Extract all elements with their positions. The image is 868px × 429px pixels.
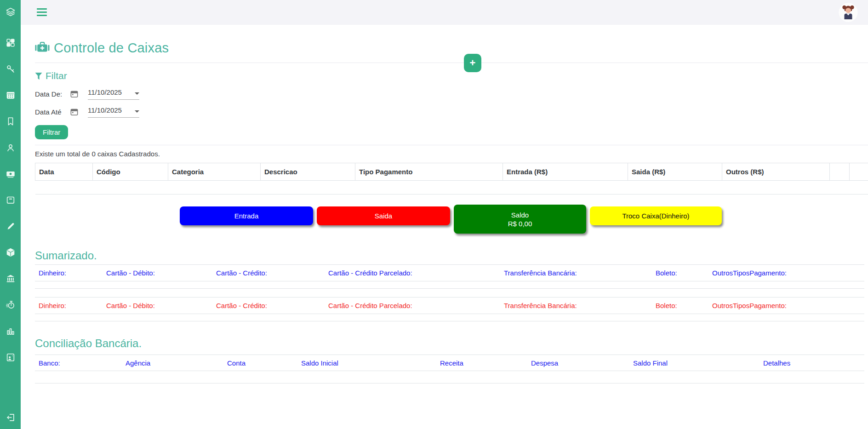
cash-icon[interactable]	[6, 169, 16, 179]
cartao-credito-label: Cartão - Crédito:	[212, 297, 325, 314]
date-to-row: Data Até 11/10/2025	[35, 106, 868, 117]
cartao-debito-label: Cartão - Débito:	[103, 265, 212, 281]
calendar-picker-icon[interactable]	[70, 108, 79, 116]
saida-total-box: Saida	[317, 206, 450, 225]
main-content: Controle de Caixas + Filtar Data De: 11/…	[21, 0, 868, 383]
caixas-header-row: Data Código Categoria Descricao Tipo Pag…	[35, 163, 868, 181]
saldo-value: R$ 0,00	[508, 219, 532, 228]
page-title-row: Controle de Caixas	[35, 39, 868, 57]
topbar	[21, 0, 868, 25]
date-to-value: 11/10/2025	[88, 106, 122, 114]
saldo-total-box: Saldo R$ 0,00	[454, 205, 586, 234]
caixas-table: Data Código Categoria Descricao Tipo Pag…	[35, 163, 868, 194]
date-to-select[interactable]: 11/10/2025	[88, 106, 139, 118]
hamburger-menu-icon[interactable]	[37, 8, 47, 16]
calendar-icon[interactable]	[6, 90, 16, 100]
filter-heading: Filtar	[35, 70, 868, 81]
receita-label: Receita	[436, 355, 527, 371]
outros-tipos-label: OutrosTiposPagamento:	[708, 265, 864, 281]
cartao-credito-parcelado-label: Cartão - Crédito Parcelado:	[325, 297, 500, 314]
agencia-label: Agência	[122, 355, 223, 371]
medkit-icon	[35, 41, 50, 55]
empty-table-row	[35, 371, 864, 383]
col-data: Data	[35, 163, 93, 181]
despesa-label: Despesa	[527, 355, 629, 371]
sumarizado-entradas-table: Dinheiro: Cartão - Débito: Cartão - Créd…	[35, 264, 864, 289]
date-from-value: 11/10/2025	[88, 88, 122, 96]
sumarizado-saidas-table: Dinheiro: Cartão - Débito: Cartão - Créd…	[35, 297, 864, 321]
key-icon[interactable]	[6, 64, 16, 74]
bank-icon[interactable]	[6, 274, 16, 284]
sidebar	[0, 0, 21, 429]
col-actions-2	[850, 163, 868, 181]
stopwatch-icon[interactable]	[6, 300, 16, 310]
col-outros: Outros (R$)	[722, 163, 830, 181]
filter-button[interactable]: Filtrar	[35, 125, 68, 139]
conciliacao-table: Banco: Agência Conta Saldo Inicial Recei…	[35, 355, 864, 383]
troco-label: Troco Caixa(Dinheiro)	[622, 212, 689, 220]
funnel-icon	[35, 72, 42, 80]
sumarizado-heading: Sumarizado.	[35, 249, 868, 262]
dinheiro-label: Dinheiro:	[35, 297, 103, 314]
entrada-total-box: Entrada	[180, 206, 313, 225]
outros-tipos-label: OutrosTiposPagamento:	[708, 297, 864, 314]
dashboard-grid-icon[interactable]	[6, 38, 16, 48]
bookmark-icon[interactable]	[6, 116, 16, 126]
layers-icon[interactable]	[6, 7, 16, 17]
banco-label: Banco:	[35, 355, 122, 371]
dinheiro-label: Dinheiro:	[35, 265, 103, 281]
boleto-label: Boleto:	[652, 297, 708, 314]
col-tipo-pagamento: Tipo Pagamento	[355, 163, 503, 181]
date-from-select[interactable]: 11/10/2025	[88, 88, 139, 100]
page-title: Controle de Caixas	[54, 40, 169, 56]
add-caixa-button[interactable]: +	[464, 54, 481, 72]
package-icon[interactable]	[6, 247, 16, 257]
date-to-label: Data Até	[35, 108, 70, 116]
id-card-icon[interactable]	[6, 352, 16, 362]
empty-table-row	[35, 314, 864, 321]
entrada-label: Entrada	[234, 212, 259, 220]
pen-icon[interactable]	[6, 221, 16, 231]
col-codigo: Código	[93, 163, 168, 181]
saldo-final-label: Saldo Final	[629, 355, 760, 371]
cartao-credito-label: Cartão - Crédito:	[212, 265, 325, 281]
saldo-inicial-label: Saldo Inicial	[297, 355, 436, 371]
col-entrada: Entrada (R$)	[503, 163, 628, 181]
sumarizado-blue-row: Dinheiro: Cartão - Débito: Cartão - Créd…	[35, 265, 864, 281]
logout-icon[interactable]	[6, 412, 16, 423]
caret-down-icon	[135, 92, 139, 95]
saida-label: Saida	[375, 212, 392, 220]
archive-icon[interactable]	[6, 195, 16, 205]
col-actions-1	[830, 163, 850, 181]
conciliacao-header-row: Banco: Agência Conta Saldo Inicial Recei…	[35, 355, 864, 371]
troco-total-box: Troco Caixa(Dinheiro)	[590, 206, 722, 225]
date-from-row: Data De: 11/10/2025	[35, 88, 868, 99]
conta-label: Conta	[223, 355, 297, 371]
saldo-label: Saldo	[511, 211, 529, 219]
col-saida: Saida (R$)	[628, 163, 722, 181]
empty-table-row	[35, 281, 864, 289]
totals-row: Entrada Saida Saldo R$ 0,00 Troco Caixa(…	[180, 205, 868, 234]
boleto-label: Boleto:	[652, 265, 708, 281]
person-icon[interactable]	[6, 143, 16, 153]
user-avatar[interactable]	[839, 3, 858, 22]
title-divider	[35, 63, 868, 63]
transferencia-label: Transferência Bancária:	[500, 265, 652, 281]
col-categoria: Categoria	[168, 163, 261, 181]
col-descricao: Descricao	[261, 163, 355, 181]
bar-chart-icon[interactable]	[6, 326, 16, 336]
detalhes-label: Detalhes	[760, 355, 864, 371]
calendar-picker-icon[interactable]	[70, 90, 79, 98]
caret-down-icon	[135, 110, 139, 113]
date-from-label: Data De:	[35, 90, 70, 98]
empty-table-row	[35, 181, 868, 194]
cartao-credito-parcelado-label: Cartão - Crédito Parcelado:	[325, 265, 500, 281]
sumarizado-red-row: Dinheiro: Cartão - Débito: Cartão - Créd…	[35, 297, 864, 314]
conciliacao-heading: Conciliação Bancária.	[35, 337, 868, 350]
filter-divider	[35, 145, 868, 145]
transferencia-label: Transferência Bancária:	[500, 297, 652, 314]
filter-heading-label: Filtar	[46, 70, 67, 81]
cartao-debito-label: Cartão - Débito:	[103, 297, 212, 314]
total-caixas-text: Existe um total de 0 caixas Cadastrados.	[35, 150, 868, 159]
